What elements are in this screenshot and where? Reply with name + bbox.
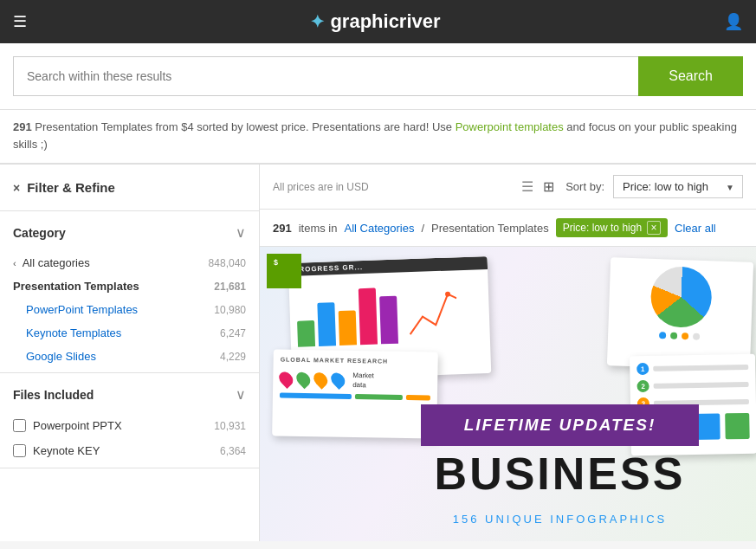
lifetime-banner: LIFETIME UPDATES!: [421, 404, 700, 446]
product-banner: $ PROGRESS GR...: [260, 247, 756, 541]
filter-in-text: items in: [299, 222, 338, 235]
price-tag: $: [267, 254, 301, 288]
logo-text: graphicriver: [330, 10, 440, 33]
chevron-left-icon: ‹: [13, 258, 16, 268]
files-included-title: Files Included: [13, 388, 94, 402]
active-filter-label: Price: low to high: [563, 222, 642, 234]
bird-icon: ✦: [310, 11, 325, 32]
list-view-icon[interactable]: ☰: [519, 176, 536, 197]
category-all-label: ‹ All categories: [13, 256, 90, 269]
category-presentation-templates[interactable]: Presentation Templates 21,681: [13, 274, 246, 298]
remove-filter-icon[interactable]: ×: [647, 221, 661, 235]
filter-result-count: 291: [273, 222, 292, 235]
filter-refine-label: Filter & Refine: [27, 180, 115, 195]
clear-all-link[interactable]: Clear all: [675, 222, 716, 235]
result-count: 291: [13, 120, 32, 133]
view-icons: ☰ ⊞: [519, 176, 557, 197]
unique-infographics-label: 156 UNIQUE INFOGRAPHICS: [453, 513, 667, 526]
all-categories-link[interactable]: All Categories: [345, 222, 415, 235]
active-filters-bar: 291 items in All Categories / Presentati…: [260, 210, 756, 247]
current-category: Presentation Templates: [431, 222, 549, 235]
filter-refine-header: × Filter & Refine: [0, 165, 259, 211]
search-bar-container: Search: [0, 43, 756, 110]
hamburger-icon[interactable]: ☰: [13, 12, 27, 31]
category-keynote-templates[interactable]: Keynote Templates 6,247: [13, 321, 246, 345]
powerpoint-pptx-label[interactable]: Powerpoint PPTX: [13, 419, 122, 432]
sort-label: Sort by:: [565, 180, 604, 193]
search-input-wrapper: [13, 56, 638, 96]
category-section: Category ∨ ‹ All categories 848,040 Pres…: [0, 211, 259, 373]
file-keynote-key: Keynote KEY 6,364: [13, 438, 246, 463]
keynote-key-checkbox[interactable]: [13, 444, 26, 457]
category-powerpoint-templates[interactable]: PowerPoint Templates 10,980: [13, 298, 246, 321]
user-icon[interactable]: 👤: [724, 12, 743, 31]
files-toggle-icon[interactable]: ∨: [236, 386, 246, 403]
business-title: BUSINESS: [435, 448, 686, 500]
keynote-key-label[interactable]: Keynote KEY: [13, 444, 100, 457]
search-button[interactable]: Search: [638, 56, 743, 96]
breadcrumb-separator: /: [421, 222, 424, 235]
results-toolbar: All prices are in USD ☰ ⊞ Sort by: Price…: [260, 165, 756, 210]
files-included-section: Files Included ∨ Powerpoint PPTX 10,931 …: [0, 373, 259, 468]
category-section-header: Category ∨: [13, 224, 246, 241]
category-google-slides[interactable]: Google Slides 4,229: [13, 345, 246, 368]
info-text-1: Presentation Templates from $4 sorted by…: [35, 120, 308, 133]
file-powerpoint-pptx: Powerpoint PPTX 10,931: [13, 413, 246, 438]
right-content: All prices are in USD ☰ ⊞ Sort by: Price…: [260, 165, 756, 541]
sort-wrapper: Price: low to high Price: high to low Ne…: [613, 175, 743, 198]
category-title: Category: [13, 226, 66, 240]
sidebar: × Filter & Refine Category ∨ ‹ All categ…: [0, 165, 260, 541]
products-area: $ PROGRESS GR...: [260, 247, 756, 541]
powerpoint-pptx-checkbox[interactable]: [13, 419, 26, 432]
info-text-2: Presentations are hard! Use: [312, 120, 452, 133]
files-included-header: Files Included ∨: [13, 386, 246, 403]
sort-select[interactable]: Price: low to high Price: high to low Ne…: [613, 175, 743, 198]
main-header: ☰ ✦ graphicriver 👤: [0, 0, 756, 43]
currency-notice: All prices are in USD: [273, 181, 369, 193]
main-content: × Filter & Refine Category ∨ ‹ All categ…: [0, 165, 756, 541]
category-all[interactable]: ‹ All categories 848,040: [13, 251, 246, 274]
filter-close-icon[interactable]: ×: [13, 181, 20, 195]
grid-view-icon[interactable]: ⊞: [540, 176, 557, 197]
category-toggle-icon[interactable]: ∨: [236, 224, 246, 241]
powerpoint-templates-link[interactable]: Powerpoint templates: [456, 120, 564, 133]
search-input[interactable]: [27, 69, 625, 83]
svg-point-0: [445, 292, 450, 297]
site-logo[interactable]: ✦ graphicriver: [310, 10, 440, 33]
toolbar-right: ☰ ⊞ Sort by: Price: low to high Price: h…: [519, 175, 743, 198]
active-filter-tag: Price: low to high ×: [556, 218, 668, 237]
info-text-bar: 291 Presentation Templates from $4 sorte…: [0, 110, 756, 164]
